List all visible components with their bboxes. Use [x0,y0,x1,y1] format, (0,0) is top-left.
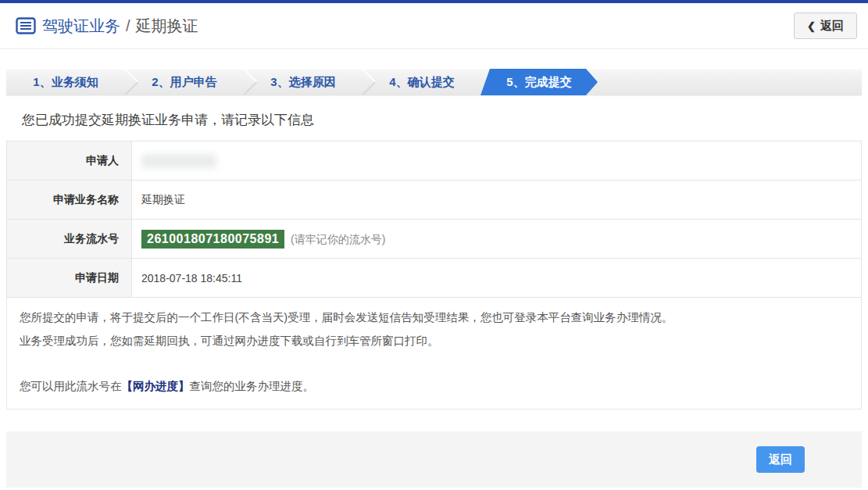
step-3-select-reason[interactable]: 3、选择原因 [244,69,363,95]
applicant-name-redacted [141,154,216,168]
back-button-label: 返回 [820,19,844,34]
back-button-top[interactable]: ❮ 返回 [794,13,857,39]
apply-date-value: 2018-07-18 18:45:11 [132,259,862,298]
notes-box: 您所提交的申请，将于提交后的一个工作日(不含当天)受理，届时会发送短信告知受理结… [6,298,862,410]
footer-band: 返回 [6,431,862,488]
success-heading: 您已成功提交延期换证业务申请，请记录以下信息 [22,111,868,129]
row-label: 申请日期 [7,259,132,298]
note-line-3-prefix: 您可以用此流水号在 [20,380,122,392]
business-name-value: 延期换证 [132,181,862,220]
step-progress-bar: 1、业务须知 2、用户申告 3、选择原因 4、确认提交 5、完成提交 [6,69,862,95]
row-label: 业务流水号 [7,220,132,259]
breadcrumb-separator: / [126,17,130,35]
serial-number-badge: 261001807180075891 [141,230,284,249]
online-progress-link[interactable]: 【网办进度】 [122,380,190,392]
step-label: 4、确认提交 [389,75,454,88]
row-label: 申请业务名称 [7,181,132,220]
breadcrumb-current: 延期换证 [136,16,198,37]
note-line-3: 您可以用此流水号在【网办进度】查询您的业务办理进度。 [20,374,848,398]
page-header: 驾驶证业务 / 延期换证 ❮ 返回 [0,3,868,49]
table-row-applicant: 申请人 [7,141,862,181]
step-label: 3、选择原因 [270,75,335,88]
step-label: 1、业务须知 [33,75,98,88]
table-row-apply-date: 申请日期 2018-07-18 18:45:11 [7,259,862,298]
chevron-left-icon: ❮ [807,20,816,32]
step-label: 5、完成提交 [506,75,571,88]
step-1-business-notice[interactable]: 1、业务须知 [6,69,125,95]
page-title: 驾驶证业务 [42,16,120,37]
step-2-user-declaration[interactable]: 2、用户申告 [125,69,244,95]
list-icon [16,17,36,34]
application-info-table: 申请人 申请业务名称 延期换证 业务流水号 261001807180075891… [6,141,862,298]
table-row-serial-number: 业务流水号 261001807180075891 (请牢记你的流水号) [7,220,862,259]
note-line-1: 您所提交的申请，将于提交后的一个工作日(不含当天)受理，届时会发送短信告知受理结… [20,306,848,329]
step-label: 2、用户申告 [152,75,216,88]
back-button-bottom[interactable]: 返回 [756,446,805,473]
step-5-complete-submit[interactable]: 5、完成提交 [480,69,598,95]
note-line-2: 业务受理成功后，您如需延期回执，可通过网办进度下载或自行到车管所窗口打印。 [20,329,848,352]
table-row-business-name: 申请业务名称 延期换证 [7,181,862,220]
note-line-3-suffix: 查询您的业务办理进度。 [190,380,315,392]
step-4-confirm-submit[interactable]: 4、确认提交 [363,69,481,95]
row-label: 申请人 [7,141,132,181]
serial-number-note: (请牢记你的流水号) [291,233,385,245]
